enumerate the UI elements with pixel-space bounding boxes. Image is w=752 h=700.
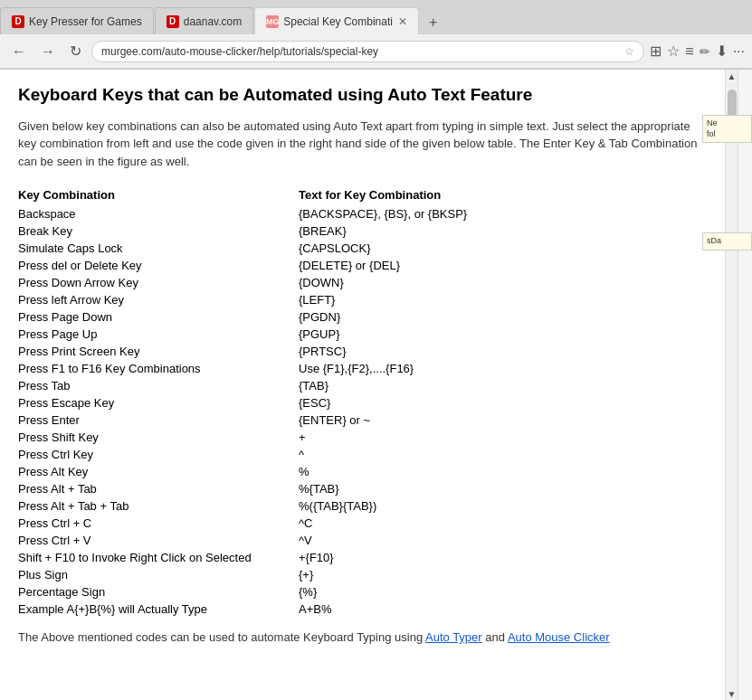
key-code-cell: ^V [299,532,707,549]
downloads-icon[interactable]: ⬇ [716,43,728,60]
key-code-cell: {ESC} [299,394,707,411]
table-row: Press F1 to F16 Key CombinationsUse {F1}… [18,360,707,377]
key-code-cell: {DELETE} or {DEL} [299,257,707,274]
table-row: Example A{+}B{%} will Actually TypeA+B% [18,601,707,618]
key-combination-cell: Press Escape Key [18,394,299,411]
scroll-up-arrow[interactable]: ▲ [728,71,737,80]
key-combination-cell: Press Page Up [18,326,299,343]
key-code-cell: % [299,463,707,480]
key-code-cell: {PRTSC} [299,343,707,360]
tab-key-presser[interactable]: D Key Presser for Games [0,7,154,34]
key-code-cell: ^ [299,446,707,463]
key-code-cell: {PGUP} [299,326,707,343]
auto-mouse-clicker-link[interactable]: Auto Mouse Clicker [508,630,610,644]
table-row: Press Alt + Tab%{TAB} [18,480,707,497]
table-row: Plus Sign{+} [18,566,707,583]
key-combination-cell: Press Print Screen Key [18,343,299,360]
table-row: Press Enter{ENTER} or ~ [18,411,707,429]
key-combination-cell: Press F1 to F16 Key Combinations [18,360,299,377]
tab-label-2: daanav.com [184,15,242,28]
key-combination-cell: Press Alt Key [18,463,299,480]
vertical-scrollbar[interactable]: ▲ ▼ [725,70,738,700]
key-code-cell: +{F10} [299,549,707,566]
table-row: Press Page Down{PGDN} [18,308,707,326]
address-bar: ← → ↻ murgee.com/auto-mouse-clicker/help… [0,34,752,69]
key-code-cell: {BACKSPACE}, {BS}, or {BKSP} [299,205,707,222]
key-code-cell: {ENTER} or ~ [299,411,707,429]
menu-icon[interactable]: ··· [733,43,745,60]
tab-close-button[interactable]: ✕ [398,15,407,28]
key-code-cell: Use {F1},{F2},....{F16} [299,360,707,377]
key-combination-cell: Press Ctrl Key [18,446,299,463]
key-combination-cell: Press Shift Key [18,429,299,446]
back-button[interactable]: ← [7,42,31,61]
hub-icon[interactable]: ≡ [685,43,693,60]
key-combination-cell: Press Alt + Tab + Tab [18,497,299,515]
page-wrapper: Keyboard Keys that can be Automated usin… [0,70,752,700]
tab-daanav[interactable]: D daanav.com [155,7,253,34]
key-combination-cell: Press Enter [18,411,299,429]
tab-bar: D Key Presser for Games D daanav.com MG … [0,0,752,34]
page-content: Keyboard Keys that can be Automated usin… [0,70,725,700]
tab-icon-2: D [167,15,179,28]
table-row: Press Ctrl + C^C [18,515,707,532]
table-row: Press Escape Key{ESC} [18,394,707,411]
key-combination-cell: Percentage Sign [18,583,299,601]
table-row: Press left Arrow Key{LEFT} [18,291,707,308]
tab-icon-1: D [12,15,24,28]
table-row: Shift + F10 to Invoke Right Click on Sel… [18,549,707,566]
page-title: Keyboard Keys that can be Automated usin… [18,84,707,107]
key-code-cell: {TAB} [299,377,707,394]
key-code-cell: {LEFT} [299,291,707,308]
key-combination-cell: Backspace [18,205,299,222]
scroll-down-arrow[interactable]: ▼ [728,689,737,698]
tab-special-key[interactable]: MG Special Key Combinati ✕ [254,7,419,34]
footer-text: The Above mentioned codes can be used to… [18,629,707,647]
table-row: Press del or Delete Key{DELETE} or {DEL} [18,257,707,274]
intro-text: Given below key combinations can also be… [18,118,707,171]
table-row: Press Ctrl + V^V [18,532,707,549]
notes-icon[interactable]: ✏ [700,44,710,59]
reader-icon[interactable]: ⊞ [650,43,662,60]
reload-button[interactable]: ↻ [65,41,86,61]
key-code-cell: ^C [299,515,707,532]
key-code-cell: {DOWN} [299,274,707,291]
key-code-cell: {+} [299,566,707,583]
bookmark-icon[interactable]: ☆ [624,45,634,58]
key-code-cell: {%} [299,583,707,601]
table-row: Press Tab{TAB} [18,377,707,394]
table-row: Press Shift Key+ [18,429,707,446]
key-combination-cell: Press left Arrow Key [18,291,299,308]
key-combination-cell: Press del or Delete Key [18,257,299,274]
footer-before-link1: The Above mentioned codes can be used to… [18,630,425,644]
footer-between-links: and [482,630,508,644]
table-row: Percentage Sign{%} [18,583,707,601]
browser-toolbar-icons: ⊞ ☆ ≡ ✏ ⬇ ··· [650,43,745,60]
tab-label-3: Special Key Combinati [283,15,393,28]
key-code-cell: + [299,429,707,446]
table-row: Break Key{BREAK} [18,222,707,240]
url-bar[interactable]: murgee.com/auto-mouse-clicker/help/tutor… [91,41,644,62]
table-row: Press Down Arrow Key{DOWN} [18,274,707,291]
new-tab-button[interactable]: + [420,11,446,34]
col2-header: Text for Key Combination [299,184,707,205]
key-code-cell: {PGDN} [299,308,707,326]
key-combination-cell: Press Down Arrow Key [18,274,299,291]
key-combination-cell: Press Ctrl + V [18,532,299,549]
key-code-cell: A+B% [299,601,707,618]
key-combination-cell: Example A{+}B{%} will Actually Type [18,601,299,618]
key-combination-cell: Press Alt + Tab [18,480,299,497]
table-row: Press Alt Key% [18,463,707,480]
key-code-cell: {CAPSLOCK} [299,240,707,257]
key-combination-cell: Plus Sign [18,566,299,583]
right-side-panel: Nefol sDa [738,70,752,700]
auto-typer-link[interactable]: Auto Typer [425,630,482,644]
key-combination-cell: Press Page Down [18,308,299,326]
key-combination-cell: Break Key [18,222,299,240]
tab-icon-3: MG [266,15,279,28]
forward-button[interactable]: → [36,42,60,61]
url-text: murgee.com/auto-mouse-clicker/help/tutor… [101,45,621,58]
favorites-icon[interactable]: ☆ [667,43,680,60]
key-combination-cell: Simulate Caps Lock [18,240,299,257]
key-combination-cell: Press Ctrl + C [18,515,299,532]
